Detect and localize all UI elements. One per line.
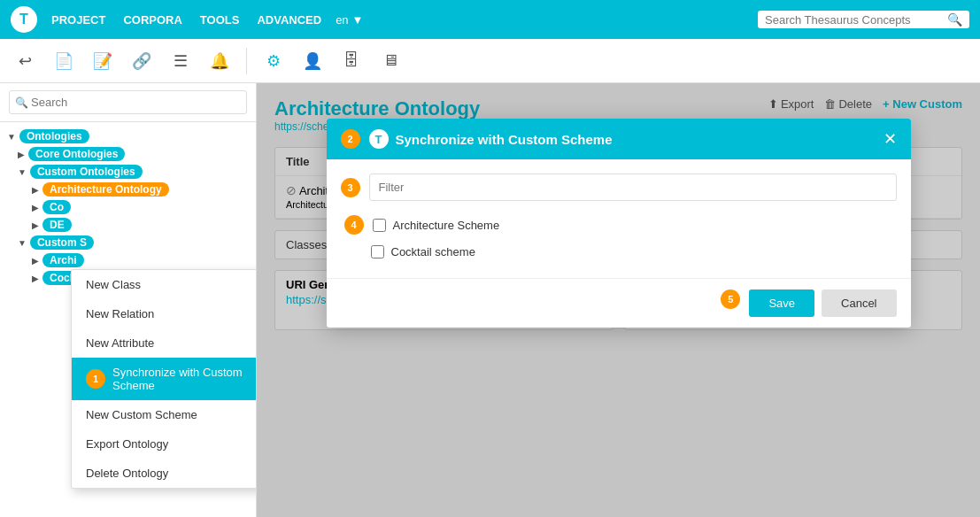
tree-toggle-cock: ▶ [32,274,39,283]
nav-advanced[interactable]: ADVANCED [257,13,321,27]
top-navbar: T PROJECT CORPORA TOOLS ADVANCED en ▼ 🔍 [0,0,980,39]
sync-modal: 2 T Synchronize with Custom Scheme ✕ 3 4… [327,119,911,328]
tree-root: ▼ Ontologies ▶ Core Ontologies ▼ Custom … [0,122,256,292]
nav-project[interactable]: PROJECT [51,13,105,27]
modal-header: 2 T Synchronize with Custom Scheme ✕ [327,119,911,159]
thesaurus-search-input[interactable] [765,13,942,27]
context-new-class[interactable]: New Class [72,270,257,299]
modal-title: 2 T Synchronize with Custom Scheme [341,129,613,149]
tree-custom-schemes[interactable]: ▼ Custom S [0,234,256,251]
tree-architecture-ontology[interactable]: ▶ Architecture Ontology [0,181,256,198]
app-logo[interactable]: T [11,6,37,33]
context-sync[interactable]: 1 Synchronize with Custom Scheme [72,358,257,400]
toolbar-doc-icon[interactable]: 📄 [48,45,80,77]
tree-toggle-core: ▶ [18,150,25,159]
lang-dropdown-icon: ▼ [352,13,364,27]
tree-custom-ontologies[interactable]: ▼ Custom Ontologies [0,163,256,181]
step-5-badge: 5 [721,289,740,309]
tree-badge-de: DE [42,218,72,232]
sidebar-search-input[interactable] [9,90,247,114]
arch-scheme-label: Architecture Scheme [393,219,500,232]
toolbar-link-icon[interactable]: 🔗 [126,45,158,77]
main-layout: 🔍 ▼ Ontologies ▶ Core Ontologies ▼ Custo… [0,83,980,517]
cocktail-scheme-label: Cocktail scheme [391,245,475,258]
toolbar-home-icon[interactable]: ↩ [9,45,41,77]
context-menu: New Class New Relation New Attribute 1 S… [71,269,257,489]
context-new-attribute[interactable]: New Attribute [72,328,257,358]
toolbar-server-icon[interactable]: 🖥 [374,45,406,77]
arch-scheme-option[interactable]: 4 Architecture Scheme [341,210,897,240]
filter-input[interactable] [369,174,897,201]
modal-logo: T [369,129,389,149]
main-content: Architecture Ontology https://schema... … [257,83,980,517]
modal-body: 3 4 Architecture Scheme Cocktail scheme [327,159,911,278]
toolbar-bell-icon[interactable]: 🔔 [204,45,235,77]
context-new-custom-scheme-label: New Custom Scheme [86,408,197,421]
thesaurus-search-bar[interactable]: 🔍 [758,11,969,28]
context-export-label: Export Ontology [86,437,168,451]
thesaurus-search-icon[interactable]: 🔍 [947,12,962,27]
tree-badge-archi: Archi [42,253,84,267]
step-3-badge: 3 [341,178,360,197]
lang-label: en [336,13,348,27]
tree-badge-custom-schemes: Custom S [30,235,94,250]
sidebar: 🔍 ▼ Ontologies ▶ Core Ontologies ▼ Custo… [0,83,257,517]
cocktail-scheme-checkbox[interactable] [371,245,384,258]
tree-core-ontologies[interactable]: ▶ Core Ontologies [0,145,256,163]
step-1-badge: 1 [86,369,105,389]
context-new-relation[interactable]: New Relation [72,299,257,328]
toolbar-hierarchy-icon[interactable]: ⚙ [258,45,289,77]
filter-row: 3 [341,174,897,201]
tree-badge-arch: Architecture Ontology [42,182,169,197]
tree-badge-co: Co [42,200,71,214]
tree-toggle-co: ▶ [32,203,39,212]
context-new-custom-scheme[interactable]: New Custom Scheme [72,400,257,429]
context-delete-label: Delete Ontology [86,467,168,480]
nav-menu: PROJECT CORPORA TOOLS ADVANCED [51,13,321,27]
modal-cancel-button[interactable]: Cancel [822,289,896,317]
context-export-ontology[interactable]: Export Ontology [72,429,257,459]
modal-footer: 5 Save Cancel [327,278,911,328]
tree-badge-custom: Custom Ontologies [30,165,143,179]
modal-title-text: Synchronize with Custom Scheme [396,132,613,147]
context-new-relation-label: New Relation [86,307,154,320]
tree-badge-core: Core Ontologies [28,147,125,161]
toolbar-db-icon[interactable]: 🗄 [336,45,367,77]
tree-toggle-de: ▶ [32,220,39,230]
toolbar-divider [246,48,247,74]
modal-overlay: 2 T Synchronize with Custom Scheme ✕ 3 4… [257,83,980,517]
nav-tools[interactable]: TOOLS [200,13,240,27]
cocktail-scheme-option[interactable]: Cocktail scheme [341,240,897,264]
tree-toggle-ontologies: ▼ [7,132,16,142]
tree-toggle-custom: ▼ [18,167,27,177]
arch-scheme-checkbox[interactable] [373,219,386,232]
toolbar-list-icon[interactable]: ☰ [165,45,197,77]
tree-ontologies[interactable]: ▼ Ontologies [0,127,256,145]
context-new-class-label: New Class [86,278,141,291]
tree-archi[interactable]: ▶ Archi [0,251,256,269]
tree-toggle-archi: ▶ [32,256,39,266]
step-2-badge: 2 [341,129,360,149]
nav-corpora[interactable]: CORPORA [123,13,181,27]
toolbar-user-icon[interactable]: 👤 [297,45,328,77]
context-delete-ontology[interactable]: Delete Ontology [72,459,257,488]
tree-badge-ontologies: Ontologies [19,129,89,143]
step-4-badge: 4 [344,215,364,235]
tree-co[interactable]: ▶ Co [0,198,256,216]
tree-de[interactable]: ▶ DE [0,216,256,234]
lang-selector[interactable]: en ▼ [336,13,363,27]
sidebar-search-icon: 🔍 [15,96,28,109]
tree-toggle-custom-schemes: ▼ [18,238,27,248]
icon-toolbar: ↩ 📄 📝 🔗 ☰ 🔔 ⚙ 👤 🗄 🖥 [0,39,980,83]
modal-close-button[interactable]: ✕ [884,131,897,147]
toolbar-edit-icon[interactable]: 📝 [87,45,119,77]
context-new-attribute-label: New Attribute [86,336,154,350]
sidebar-search-container: 🔍 [0,83,256,122]
modal-save-button[interactable]: Save [749,289,814,317]
tree-toggle-arch: ▶ [32,185,39,195]
context-sync-label: Synchronize with Custom Scheme [112,366,257,392]
